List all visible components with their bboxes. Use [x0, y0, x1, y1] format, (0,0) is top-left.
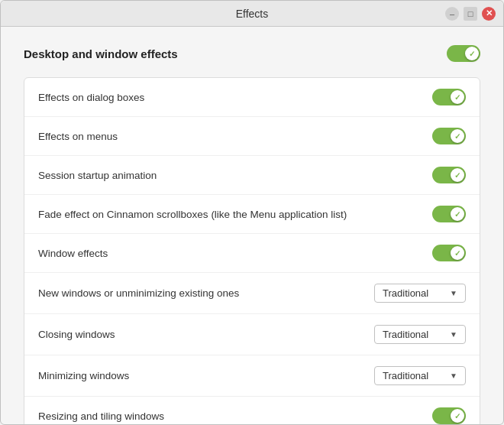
session-animation-knob: ✓ [451, 168, 464, 182]
new-windows-dropdown[interactable]: Traditional ▼ [374, 284, 466, 303]
minimizing-windows-value: Traditional [383, 370, 428, 381]
close-button[interactable]: ✕ [482, 7, 496, 21]
main-toggle-check: ✓ [469, 50, 475, 58]
section-header: Desktop and window effects ✓ [24, 45, 480, 62]
closing-windows-arrow-icon: ▼ [450, 330, 457, 339]
row-menus: Effects on menus ✓ [24, 117, 480, 156]
row-session-animation: Session startup animation ✓ [24, 156, 480, 195]
closing-windows-dropdown[interactable]: Traditional ▼ [374, 325, 466, 344]
closing-windows-label: Closing windows [38, 329, 115, 340]
cinnamon-scrollboxes-toggle[interactable]: ✓ [432, 206, 466, 222]
menus-check: ✓ [454, 132, 460, 141]
resizing-tiling-toggle[interactable]: ✓ [432, 407, 466, 424]
new-windows-arrow-icon: ▼ [450, 289, 457, 297]
cinnamon-scrollboxes-check: ✓ [454, 210, 460, 219]
titlebar: Effects – □ ✕ [1, 1, 503, 27]
row-cinnamon-scrollboxes: Fade effect on Cinnamon scrollboxes (lik… [24, 195, 480, 234]
dialog-boxes-knob: ✓ [451, 90, 464, 104]
session-animation-check: ✓ [454, 171, 460, 180]
settings-panel: Effects on dialog boxes ✓ Effects on men… [24, 77, 480, 424]
session-animation-label: Session startup animation [38, 170, 157, 181]
window-effects-label: Window effects [38, 248, 108, 259]
main-effects-toggle[interactable]: ✓ [447, 45, 480, 62]
titlebar-controls: – □ ✕ [445, 7, 496, 21]
row-new-windows: New windows or unminimizing existing one… [24, 273, 480, 314]
menus-knob: ✓ [451, 129, 464, 143]
main-toggle-knob: ✓ [465, 47, 479, 60]
window-effects-toggle[interactable]: ✓ [432, 245, 466, 261]
resizing-tiling-check: ✓ [454, 412, 460, 420]
cinnamon-scrollboxes-label: Fade effect on Cinnamon scrollboxes (lik… [38, 209, 347, 220]
dialog-boxes-label: Effects on dialog boxes [38, 92, 144, 103]
menus-label: Effects on menus [38, 131, 118, 142]
window: Effects – □ ✕ Desktop and window effects… [0, 0, 504, 425]
minimizing-windows-label: Minimizing windows [38, 370, 129, 381]
window-effects-check: ✓ [454, 249, 460, 258]
maximize-button[interactable]: □ [464, 7, 477, 21]
session-animation-toggle[interactable]: ✓ [432, 167, 466, 183]
window-title: Effects [236, 8, 269, 20]
closing-windows-value: Traditional [383, 329, 428, 340]
minimizing-windows-arrow-icon: ▼ [450, 371, 457, 380]
row-dialog-boxes: Effects on dialog boxes ✓ [24, 78, 480, 117]
row-resizing-tiling: Resizing and tiling windows ✓ [24, 397, 480, 424]
section-title: Desktop and window effects [24, 47, 178, 60]
minimize-button[interactable]: – [445, 7, 459, 21]
content-area: Desktop and window effects ✓ Effects on … [1, 27, 503, 424]
dialog-boxes-toggle[interactable]: ✓ [432, 89, 466, 105]
row-minimizing-windows: Minimizing windows Traditional ▼ [24, 355, 480, 397]
new-windows-label: New windows or unminimizing existing one… [38, 287, 239, 299]
menus-toggle[interactable]: ✓ [432, 128, 466, 144]
minimizing-windows-dropdown[interactable]: Traditional ▼ [374, 366, 466, 385]
window-effects-knob: ✓ [451, 246, 464, 260]
resizing-tiling-knob: ✓ [451, 409, 464, 423]
resizing-tiling-label: Resizing and tiling windows [38, 410, 164, 422]
new-windows-value: Traditional [383, 287, 428, 299]
row-closing-windows: Closing windows Traditional ▼ [24, 314, 480, 355]
cinnamon-scrollboxes-knob: ✓ [451, 207, 464, 221]
dialog-boxes-check: ✓ [454, 93, 460, 102]
row-window-effects: Window effects ✓ [24, 234, 480, 273]
